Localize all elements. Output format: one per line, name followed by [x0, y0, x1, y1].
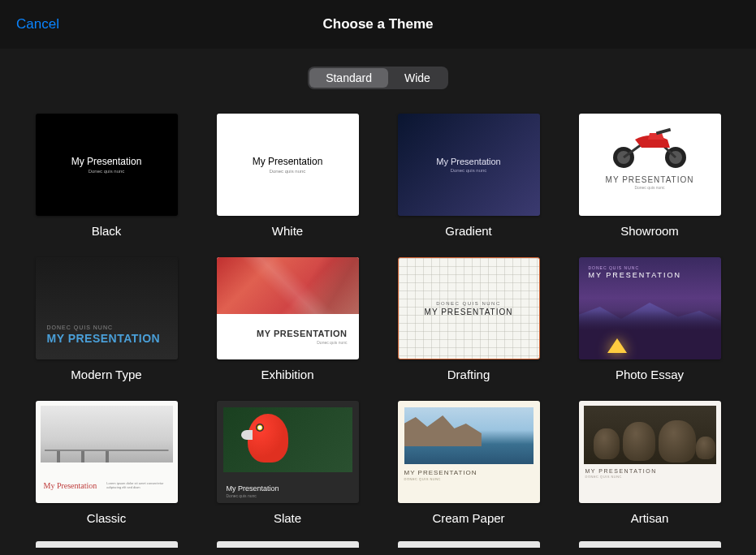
thumb-title: MY PRESENTATION [425, 308, 513, 316]
thumb-subtitle: DONEC QUIS NUNC [589, 265, 640, 270]
thumb-subtitle: Donec quis nunc [270, 169, 306, 174]
header-bar: Cancel Choose a Theme [0, 0, 756, 49]
thumb-subtitle: Donec quis nunc [451, 168, 487, 173]
cancel-button[interactable]: Cancel [16, 16, 59, 32]
svg-rect-4 [656, 128, 671, 136]
segment-wide[interactable]: Wide [388, 68, 447, 88]
theme-gradient[interactable]: My Presentation Donec quis nunc Gradient [398, 114, 540, 238]
segment-standard[interactable]: Standard [309, 68, 388, 88]
theme-label: Cream Paper [432, 511, 504, 525]
theme-label: Classic [87, 511, 126, 525]
theme-exhibition[interactable]: MY PRESENTATION Donec quis nunc Exhibiti… [217, 257, 359, 381]
thumb-title: My Presentation [227, 484, 359, 493]
thumb-subtitle: DONEC QUIS NUNC [404, 477, 534, 481]
theme-slate[interactable]: My Presentation Donec quis nunc Slate [217, 401, 359, 525]
theme-thumb: MY PRESENTATION DONEC QUIS NUNC [579, 401, 721, 503]
thumb-title: MY PRESENTATION [606, 175, 694, 184]
theme-thumb: MY PRESENTATION Donec quis nunc [579, 114, 721, 216]
tent-icon [607, 338, 627, 353]
thumb-title: My Presentation [44, 481, 97, 490]
theme-label: Slate [274, 511, 301, 525]
thumb-title: My Presentation [253, 156, 323, 167]
bridge-image [41, 406, 173, 462]
parrot-image [223, 407, 352, 472]
motorcycle-image [601, 122, 698, 170]
theme-label: Exhibition [261, 368, 313, 381]
thumb-subtitle: DONEC QUIS NUNC [585, 475, 715, 479]
thumb-title: MY PRESENTATION [585, 468, 715, 474]
theme-showroom[interactable]: MY PRESENTATION Donec quis nunc Showroom [579, 114, 721, 238]
thumb-subtitle: DONEC QUIS NUNC [47, 325, 114, 330]
thumb-title: My Presentation [436, 157, 500, 166]
theme-drafting[interactable]: DONEC QUIS NUNC MY PRESENTATION Drafting [398, 257, 540, 381]
thumb-title: MY PRESENTATION [257, 329, 347, 338]
theme-artisan[interactable]: MY PRESENTATION DONEC QUIS NUNC Artisan [579, 401, 721, 525]
theme-classic[interactable]: My Presentation Lorem ipsum dolor sit am… [36, 401, 178, 525]
thumb-subtitle: Donec quis nunc [89, 169, 125, 174]
theme-thumb: My Presentation Donec quis nunc [217, 401, 359, 503]
theme-thumb: MY PRESENTATION Donec quis nunc [217, 257, 359, 359]
coastline-image [404, 407, 534, 464]
theme-thumb: My Presentation Donec quis nunc [217, 114, 359, 216]
thumb-subtitle: Donec quis nunc [317, 340, 347, 345]
theme-thumb: My Presentation Lorem ipsum dolor sit am… [36, 401, 178, 503]
next-row-peek [0, 525, 756, 548]
thumb-subtitle: DONEC QUIS NUNC [436, 301, 501, 306]
theme-white[interactable]: My Presentation Donec quis nunc White [217, 114, 359, 238]
theme-peek[interactable] [36, 541, 178, 548]
thumb-subtitle: Donec quis nunc [227, 493, 359, 498]
theme-cream-paper[interactable]: MY PRESENTATION DONEC QUIS NUNC Cream Pa… [398, 401, 540, 525]
theme-label: Modern Type [71, 368, 141, 381]
theme-label: Drafting [447, 368, 490, 381]
thumb-lorem: Lorem ipsum dolor sit amet consectetur a… [106, 481, 169, 489]
theme-label: White [272, 224, 303, 238]
theme-thumb: MY PRESENTATION DONEC QUIS NUNC [398, 401, 540, 503]
theme-thumb: DONEC QUIS NUNC MY PRESENTATION [36, 257, 178, 359]
theme-photo-essay[interactable]: DONEC QUIS NUNC MY PRESENTATION Photo Es… [579, 257, 721, 381]
abstract-art-image [217, 257, 359, 314]
theme-label: Showroom [620, 224, 679, 238]
thumb-subtitle: Donec quis nunc [634, 185, 664, 190]
aspect-segmented-control: Standard Wide [0, 67, 756, 89]
thumb-title: MY PRESENTATION [589, 271, 682, 279]
theme-peek[interactable] [579, 541, 721, 548]
theme-modern-type[interactable]: DONEC QUIS NUNC MY PRESENTATION Modern T… [36, 257, 178, 381]
thumb-title: MY PRESENTATION [404, 469, 534, 476]
theme-label: Black [92, 224, 122, 238]
theme-label: Artisan [631, 511, 669, 525]
page-title: Choose a Theme [322, 16, 433, 32]
theme-thumb: DONEC QUIS NUNC MY PRESENTATION [398, 257, 540, 359]
theme-thumb: DONEC QUIS NUNC MY PRESENTATION [579, 257, 721, 359]
theme-grid: My Presentation Donec quis nunc Black My… [0, 89, 756, 525]
thumb-title: My Presentation [71, 156, 142, 167]
theme-label: Gradient [445, 224, 492, 238]
theme-peek[interactable] [217, 541, 359, 548]
theme-thumb: My Presentation Donec quis nunc [36, 114, 178, 216]
thumb-title: MY PRESENTATION [47, 332, 161, 345]
theme-peek[interactable] [398, 541, 540, 548]
pottery-image [584, 406, 716, 464]
theme-label: Photo Essay [616, 368, 684, 381]
scene-gradient [579, 311, 721, 359]
theme-black[interactable]: My Presentation Donec quis nunc Black [36, 114, 178, 238]
theme-thumb: My Presentation Donec quis nunc [398, 114, 540, 216]
